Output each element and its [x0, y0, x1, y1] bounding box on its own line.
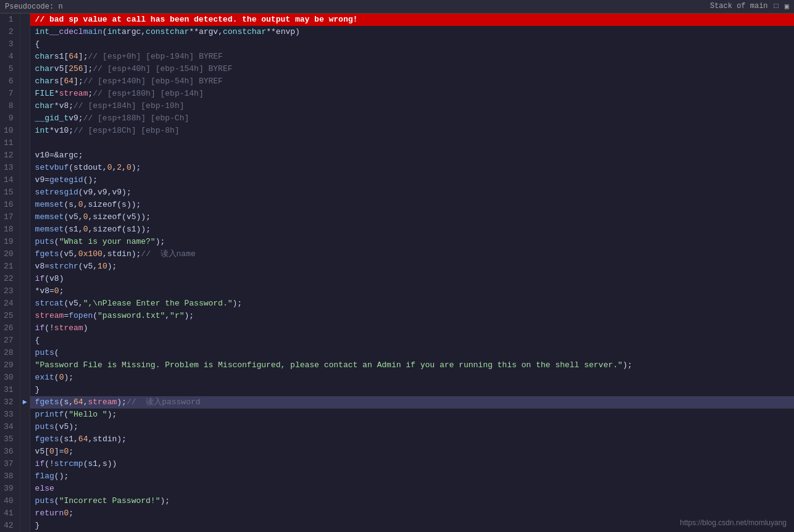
line-number: 9 [4, 112, 16, 125]
line-number: 8 [4, 100, 16, 112]
gutter-cell [20, 483, 30, 495]
line-number: 21 [4, 260, 16, 273]
line-number: 42 [4, 520, 16, 532]
line-number: 2 [4, 26, 16, 38]
gutter-cell [20, 433, 30, 446]
code-line: fgets(v5, 0x100, stdin); // 读入name [30, 248, 794, 260]
line-number: 18 [4, 223, 16, 236]
code-line: v10 = &argc; [30, 149, 794, 162]
gutter-cell [20, 322, 30, 335]
line-number: 34 [4, 421, 16, 433]
gutter-cell [20, 236, 30, 248]
code-line: fgets(s1, 64, stdin); [30, 433, 794, 446]
code-line: if ( !stream ) [30, 322, 794, 335]
top-bar-right: Stack of main □ ▣ [710, 2, 789, 11]
code-line: int __cdecl main(int argc, const char **… [30, 26, 794, 38]
code-line: char v5[256]; // [esp+40h] [ebp-154h] BY… [30, 63, 794, 75]
code-line: printf("Hello "); [30, 409, 794, 421]
code-line: return 0; [30, 507, 794, 520]
code-line: v5[0] = 0; [30, 446, 794, 458]
line-number: 19 [4, 236, 16, 248]
code-line: { [30, 38, 794, 51]
line-number: 20 [4, 248, 16, 260]
line-number: 17 [4, 211, 16, 223]
code-area: 1234567891011121314151617181920212223242… [0, 14, 794, 532]
code-line: *v8 = 0; [30, 285, 794, 297]
code-line: int *v10; // [esp+18Ch] [ebp-8h] [30, 125, 794, 137]
line-number: 15 [4, 186, 16, 199]
gutter-cell [20, 347, 30, 359]
gutter-cell [20, 88, 30, 100]
gutter-cell [20, 248, 30, 260]
code-line: else [30, 483, 794, 495]
code-line: FILE *stream; // [esp+180h] [ebp-14h] [30, 88, 794, 100]
gutter-cell [20, 335, 30, 347]
code-line: char s[64]; // [esp+140h] [ebp-54h] BYRE… [30, 75, 794, 88]
gutter-cell [20, 51, 30, 63]
gutter-cell [20, 384, 30, 396]
line-numbers: 1234567891011121314151617181920212223242… [0, 14, 20, 532]
line-number: 12 [4, 149, 16, 162]
code-line: v9 = getegid(); [30, 174, 794, 186]
line-number: 33 [4, 409, 16, 421]
gutter-cell [20, 75, 30, 88]
line-number: 5 [4, 63, 16, 75]
code-line: char s1[64]; // [esp+0h] [ebp-194h] BYRE… [30, 51, 794, 63]
top-bar-left: Pseudocode: n [5, 2, 63, 11]
code-line: memset(v5, 0, sizeof(v5)); [30, 211, 794, 223]
line-number: 23 [4, 285, 16, 297]
gutter-cell [20, 199, 30, 211]
line-number: 27 [4, 335, 16, 347]
code-line: // bad sp value at call has been detecte… [30, 14, 794, 26]
gutter-cell [20, 372, 30, 384]
square-icon[interactable]: □ [774, 2, 779, 11]
gutter-cell [20, 310, 30, 322]
code-line [30, 137, 794, 149]
line-number: 32 [4, 396, 16, 409]
code-line: if ( !strcmp(s1, s) ) [30, 458, 794, 470]
line-number: 40 [4, 495, 16, 507]
stack-label: Stack of main [710, 2, 768, 11]
watermark: https://blog.csdn.net/momluyang [680, 518, 787, 527]
tab-icon[interactable]: ▣ [785, 2, 789, 11]
code-line: stream = fopen("password.txt", "r"); [30, 310, 794, 322]
code-line: setvbuf(stdout, 0, 2, 0); [30, 162, 794, 174]
line-number: 28 [4, 347, 16, 359]
code-line: strcat(v5, ",\nPlease Enter the Password… [30, 297, 794, 310]
gutter-cell [20, 297, 30, 310]
gutter-cell [20, 495, 30, 507]
line-number: 37 [4, 458, 16, 470]
code-line: "Password File is Missing. Problem is Mi… [30, 359, 794, 372]
gutter-cell [20, 273, 30, 285]
code-line: memset(s, 0, sizeof(s)); [30, 199, 794, 211]
line-number: 36 [4, 446, 16, 458]
line-number: 25 [4, 310, 16, 322]
line-number: 29 [4, 359, 16, 372]
pseudocode-label: Pseudocode: n [5, 2, 63, 11]
code-line: setresgid(v9, v9, v9); [30, 186, 794, 199]
code-line: __gid_t v9; // [esp+188h] [ebp-Ch] [30, 112, 794, 125]
line-number: 7 [4, 88, 16, 100]
gutter-cell [20, 186, 30, 199]
line-number: 4 [4, 51, 16, 63]
code-lines: // bad sp value at call has been detecte… [30, 14, 794, 532]
line-number: 13 [4, 162, 16, 174]
gutter-cell [20, 223, 30, 236]
line-number: 35 [4, 433, 16, 446]
gutter-cell [20, 470, 30, 483]
line-number: 1 [4, 14, 16, 26]
code-line: if ( v8 ) [30, 273, 794, 285]
code-line: puts("Incorrect Password!"); [30, 495, 794, 507]
top-bar: Pseudocode: n Stack of main □ ▣ [0, 0, 794, 14]
line-number: 22 [4, 273, 16, 285]
line-number: 41 [4, 507, 16, 520]
gutter-cell [20, 162, 30, 174]
line-number: 3 [4, 38, 16, 51]
line-number: 26 [4, 322, 16, 335]
gutter-cell [20, 211, 30, 223]
line-number: 30 [4, 372, 16, 384]
code-line: flag(); [30, 470, 794, 483]
gutter-cell [20, 507, 30, 520]
gutter-cell [20, 149, 30, 162]
code-line: puts(v5); [30, 421, 794, 433]
